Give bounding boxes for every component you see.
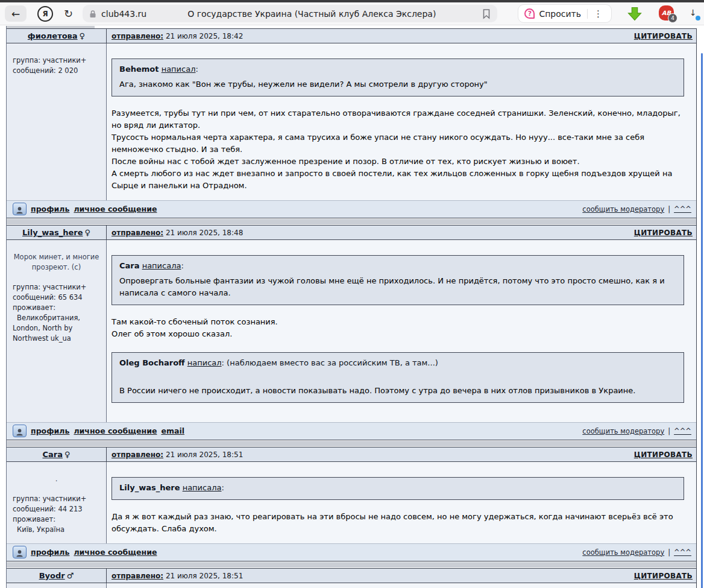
post-paragraph: А смерть любого из нас ждет внезапно и з… bbox=[112, 168, 684, 192]
username-link[interactable]: Lily_was_here bbox=[22, 228, 83, 237]
sent-label: отправлено: bbox=[112, 229, 163, 237]
post: Lily_was_here♀ отправлено: 21 июля 2025,… bbox=[7, 225, 696, 440]
user-resides: Київ, Україна bbox=[13, 525, 103, 535]
adblock-badge: 4 bbox=[668, 13, 677, 23]
email-link[interactable]: email bbox=[161, 426, 184, 435]
user-sidebar: Морок минет, и многие прозреют. (с) груп… bbox=[7, 240, 107, 422]
quote-author-link[interactable]: написала bbox=[183, 483, 222, 492]
gender-symbol: ♀ bbox=[64, 450, 71, 459]
profile-link[interactable]: профиль bbox=[31, 204, 69, 213]
back-button[interactable]: ← bbox=[5, 5, 27, 22]
quote-inline: (наблюдаем вместо вас за российским ТВ, … bbox=[224, 358, 438, 367]
bookmark-icon[interactable] bbox=[482, 8, 491, 19]
ask-chat-icon: ? bbox=[524, 8, 535, 19]
post-paragraph: Да я ж вот каждый раз знаю, что реагиров… bbox=[112, 511, 684, 535]
username-link[interactable]: Cara bbox=[42, 450, 63, 459]
post-paragraph: Разумеется, трубы тут ни при чем, от них… bbox=[112, 107, 684, 131]
address-bar[interactable]: club443.ru О государстве Украина (Частны… bbox=[83, 5, 497, 22]
user-messages: сообщений: 44 213 bbox=[13, 504, 103, 514]
quote-text: В России ничего не происходит, а новости… bbox=[119, 385, 676, 397]
sent-label: отправлено: bbox=[112, 572, 163, 580]
quote-author: Cara bbox=[119, 261, 140, 270]
user-resides-label: проживает: bbox=[13, 514, 103, 525]
report-moderator-link[interactable]: сообщить модератору bbox=[582, 205, 664, 213]
post-paragraph: Там какой-то сбоченый поток сознания. bbox=[112, 316, 684, 328]
profile-card-icon[interactable] bbox=[13, 425, 27, 437]
forum-page: фиолетова♀ отправлено: 21 июля 2025, 18:… bbox=[0, 25, 704, 588]
quote-author-link[interactable]: написала bbox=[142, 261, 181, 270]
sent-date: 21 июля 2025, 18:51 bbox=[166, 572, 243, 580]
user-signature: Морок минет, и многие прозреют. (с) bbox=[11, 252, 102, 273]
post-separator bbox=[7, 218, 696, 225]
footer-pipe: | bbox=[668, 205, 670, 213]
user-resides-label: проживает: bbox=[13, 303, 103, 313]
quote-block: Cara написала: Опровергать больные фанта… bbox=[112, 255, 684, 305]
lock-icon[interactable] bbox=[89, 10, 97, 18]
quote-button[interactable]: ЦИТИРОВАТЬ bbox=[634, 229, 693, 237]
page-title: О государстве Украина (Частный клуб Алек… bbox=[146, 9, 477, 19]
quote-block: Lily_was_here написала: bbox=[112, 477, 684, 500]
profile-link[interactable]: профиль bbox=[31, 426, 69, 435]
browser-toolbar: ← Я ↻ club443.ru О государстве Украина (… bbox=[0, 2, 704, 25]
user-signature: . bbox=[11, 474, 102, 484]
post-paragraph: Олег об этом хорошо сказал. bbox=[112, 328, 684, 340]
post: Cara♀ отправлено: 21 июля 2025, 18:51 ЦИ… bbox=[7, 447, 696, 561]
user-group: группа: участники+ bbox=[13, 494, 103, 504]
page-scrollbar[interactable] bbox=[701, 53, 703, 588]
post-user-header: Lily_was_here♀ bbox=[7, 226, 107, 240]
quote-block: Behemot написал: Ага, знакомо как "Вон ж… bbox=[112, 58, 684, 96]
private-message-link[interactable]: личное сообщение bbox=[74, 426, 157, 435]
post-meta-header: отправлено: 21 июля 2025, 18:48 ЦИТИРОВА… bbox=[107, 226, 696, 240]
scroll-top-link[interactable]: ^^^ bbox=[674, 205, 691, 213]
quote-text: Ага, знакомо как "Вон же трубы, неужели … bbox=[119, 78, 676, 90]
quote-author-link[interactable]: написал bbox=[187, 358, 222, 367]
scroll-top-link[interactable]: ^^^ bbox=[674, 427, 691, 435]
report-moderator-link[interactable]: сообщить модератору bbox=[582, 427, 664, 435]
user-messages: сообщений: 65 634 bbox=[13, 292, 103, 303]
reload-button[interactable]: ↻ bbox=[64, 7, 73, 20]
user-resides: Великобритания, London, North by Northwe… bbox=[13, 313, 103, 344]
profile-link[interactable]: профиль bbox=[31, 548, 69, 557]
post-content: Behemot написал: Ага, знакомо как "Вон ж… bbox=[107, 43, 696, 200]
post-content: Ну кстати мне рассказывали про человека,… bbox=[107, 583, 696, 588]
sent-date: 21 июля 2025, 18:51 bbox=[166, 450, 243, 459]
user-messages: сообщений: 2 020 bbox=[13, 66, 103, 76]
username-link[interactable]: Byodr bbox=[39, 571, 65, 580]
report-moderator-link[interactable]: сообщить модератору bbox=[582, 548, 664, 557]
post-separator bbox=[7, 440, 696, 447]
private-message-link[interactable]: личное сообщение bbox=[74, 204, 157, 213]
post-meta-header: отправлено: 21 июля 2025, 18:51 ЦИТИРОВА… bbox=[107, 447, 696, 462]
quote-author: Lily_was_here bbox=[119, 483, 180, 492]
footer-pipe: | bbox=[668, 427, 670, 435]
quote-button[interactable]: ЦИТИРОВАТЬ bbox=[634, 450, 693, 459]
quote-button[interactable]: ЦИТИРОВАТЬ bbox=[634, 32, 693, 40]
user-group: группа: участники+ bbox=[13, 55, 103, 66]
private-message-link[interactable]: личное сообщение bbox=[74, 548, 157, 557]
quote-button[interactable]: ЦИТИРОВАТЬ bbox=[634, 572, 693, 580]
post-footer: профиль личное сообщение сообщить модера… bbox=[7, 200, 696, 218]
quote-block: Oleg Bocharoff написал: (наблюдаем вмест… bbox=[112, 352, 684, 403]
username-link[interactable]: фиолетова bbox=[28, 31, 78, 40]
profile-card-icon[interactable] bbox=[13, 546, 27, 558]
toolbar-menu-button[interactable]: ⋮ bbox=[588, 8, 609, 19]
downloads-icon[interactable]: ↓ bbox=[688, 8, 699, 20]
gender-symbol: ♀ bbox=[80, 31, 86, 40]
yandex-logo-icon[interactable]: Я bbox=[37, 6, 53, 22]
profile-card-icon[interactable] bbox=[13, 203, 27, 215]
post-separator bbox=[7, 561, 696, 568]
quote-author-link[interactable]: написал bbox=[162, 65, 196, 74]
footer-pipe: | bbox=[668, 548, 670, 557]
download-indicator-icon[interactable] bbox=[626, 5, 643, 22]
thread-table: фиолетова♀ отправлено: 21 июля 2025, 18:… bbox=[6, 28, 697, 588]
ask-label: Спросить bbox=[539, 9, 581, 19]
post: Byodr♂ отправлено: 21 июля 2025, 18:51 Ц… bbox=[7, 568, 696, 588]
quote-text: Опровергать больные фантазии из чужой го… bbox=[119, 275, 676, 299]
ask-button[interactable]: ? Спросить ⋮ bbox=[518, 4, 612, 23]
scroll-top-link[interactable]: ^^^ bbox=[674, 548, 691, 557]
post-meta-header: отправлено: 21 июля 2025, 18:42 ЦИТИРОВА… bbox=[107, 29, 696, 43]
sent-label: отправлено: bbox=[112, 450, 163, 459]
post-paragraph: После войны нас с тобой ждет заслуженное… bbox=[112, 156, 684, 168]
url-text[interactable]: club443.ru bbox=[101, 9, 146, 19]
adblock-icon[interactable]: AB 4 bbox=[659, 5, 675, 22]
post-content: Cara написала: Опровергать больные фанта… bbox=[107, 240, 696, 422]
